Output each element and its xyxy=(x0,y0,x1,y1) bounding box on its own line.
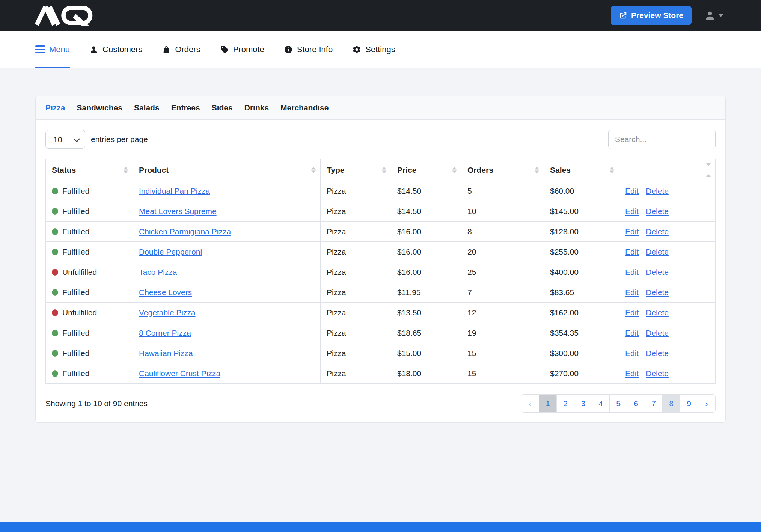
pagination-button[interactable]: 4 xyxy=(592,395,609,412)
product-link[interactable]: Meat Lovers Supreme xyxy=(139,207,217,216)
column-header-actions[interactable] xyxy=(619,159,716,181)
pagination-button[interactable]: 7 xyxy=(645,395,662,412)
delete-link[interactable]: Delete xyxy=(646,207,669,216)
shopping-bag-icon xyxy=(162,45,171,54)
price-cell: $18.00 xyxy=(391,363,461,384)
orders-cell: 5 xyxy=(461,181,544,201)
edit-link[interactable]: Edit xyxy=(625,247,639,256)
products-table: Status Product Type Price xyxy=(45,159,716,384)
delete-link[interactable]: Delete xyxy=(646,308,669,317)
nav-item-label: Orders xyxy=(175,45,200,54)
product-link[interactable]: Taco Pizza xyxy=(139,268,177,276)
pagination-button[interactable]: 9 xyxy=(680,395,698,412)
status-label: Fulfilled xyxy=(62,369,89,378)
delete-link[interactable]: Delete xyxy=(646,329,669,337)
category-tab[interactable]: Pizza xyxy=(45,103,65,112)
category-tab[interactable]: Drinks xyxy=(244,103,269,112)
product-link[interactable]: Chicken Parmigiana Pizza xyxy=(139,227,231,236)
status-cell: Fulfilled xyxy=(46,323,133,343)
table-row: Unfulfilled Vegetable Pizza Pizza $13.50… xyxy=(46,303,716,323)
edit-link[interactable]: Edit xyxy=(625,349,639,357)
actions-cell: EditDelete xyxy=(619,343,716,363)
status-cell: Fulfilled xyxy=(46,222,133,242)
table-controls: 10 entries per page xyxy=(45,130,716,149)
edit-link[interactable]: Edit xyxy=(625,369,639,378)
table-row: Fulfilled Cauliflower Crust Pizza Pizza … xyxy=(46,363,716,384)
edit-link[interactable]: Edit xyxy=(625,187,639,195)
sort-icon xyxy=(452,167,457,173)
column-header-sales[interactable]: Sales xyxy=(544,159,619,181)
type-cell: Pizza xyxy=(321,343,391,363)
category-tab[interactable]: Entrees xyxy=(171,103,200,112)
nav-item-menu[interactable]: Menu xyxy=(35,31,70,68)
actions-cell: EditDelete xyxy=(619,282,716,303)
product-cell: Hawaiian Pizza xyxy=(133,343,321,363)
sales-cell: $60.00 xyxy=(544,181,619,201)
top-bar: Preview Store xyxy=(0,0,761,31)
nav-item-settings[interactable]: Settings xyxy=(352,31,395,68)
pagination-button[interactable]: 1 xyxy=(539,395,556,412)
pagination-button[interactable]: 6 xyxy=(627,395,645,412)
entries-summary: Showing 1 to 10 of 90 entries xyxy=(45,399,148,408)
category-tab[interactable]: Merchandise xyxy=(280,103,329,112)
category-tab[interactable]: Salads xyxy=(134,103,160,112)
entries-per-page-label: entries per page xyxy=(91,135,148,144)
column-header-orders[interactable]: Orders xyxy=(461,159,544,181)
pagination-button[interactable]: 8 xyxy=(662,395,680,412)
delete-link[interactable]: Delete xyxy=(646,247,669,256)
edit-link[interactable]: Edit xyxy=(625,227,639,236)
delete-link[interactable]: Delete xyxy=(646,288,669,297)
page-size-select-wrap: 10 xyxy=(45,130,85,149)
product-link[interactable]: 8 Corner Pizza xyxy=(139,329,191,337)
sort-icon xyxy=(706,163,711,177)
search-input[interactable] xyxy=(608,130,716,149)
status-label: Fulfilled xyxy=(62,187,89,195)
column-header-product[interactable]: Product xyxy=(133,159,321,181)
column-header-status[interactable]: Status xyxy=(46,159,133,181)
product-link[interactable]: Cheese Lovers xyxy=(139,288,192,297)
nav-item-promote[interactable]: Promote xyxy=(220,31,264,68)
product-link[interactable]: Cauliflower Crust Pizza xyxy=(139,369,220,378)
delete-link[interactable]: Delete xyxy=(646,268,669,276)
product-link[interactable]: Individual Pan Pizza xyxy=(139,187,210,195)
preview-store-button[interactable]: Preview Store xyxy=(611,6,692,25)
delete-link[interactable]: Delete xyxy=(646,227,669,236)
nav-item-label: Customers xyxy=(102,45,142,54)
edit-link[interactable]: Edit xyxy=(625,288,639,297)
delete-link[interactable]: Delete xyxy=(646,349,669,357)
pagination-button[interactable]: 2 xyxy=(556,395,574,412)
nav-item-store-info[interactable]: Store Info xyxy=(284,31,333,68)
delete-link[interactable]: Delete xyxy=(646,187,669,195)
type-cell: Pizza xyxy=(321,242,391,262)
edit-link[interactable]: Edit xyxy=(625,268,639,276)
nav-item-customers[interactable]: Customers xyxy=(89,31,142,68)
nav-item-orders[interactable]: Orders xyxy=(162,31,200,68)
bottom-accent-bar xyxy=(0,522,761,532)
actions-cell: EditDelete xyxy=(619,222,716,242)
page-size-select[interactable]: 10 xyxy=(45,130,85,149)
pagination-button[interactable]: › xyxy=(698,395,715,412)
table-header-row: Status Product Type Price xyxy=(46,159,716,181)
pagination-button[interactable]: 5 xyxy=(609,395,627,412)
status-label: Unfulfilled xyxy=(62,268,97,276)
product-link[interactable]: Hawaiian Pizza xyxy=(139,349,193,357)
edit-link[interactable]: Edit xyxy=(625,308,639,317)
product-link[interactable]: Vegetable Pizza xyxy=(139,308,196,317)
edit-link[interactable]: Edit xyxy=(625,207,639,216)
category-tab[interactable]: Sandwiches xyxy=(77,103,122,112)
product-link[interactable]: Double Pepperoni xyxy=(139,247,202,256)
edit-link[interactable]: Edit xyxy=(625,329,639,337)
account-menu[interactable] xyxy=(704,10,723,21)
pagination-button[interactable]: ‹ xyxy=(521,395,539,412)
type-cell: Pizza xyxy=(321,363,391,384)
column-header-type[interactable]: Type xyxy=(321,159,391,181)
delete-link[interactable]: Delete xyxy=(646,369,669,378)
pagination-button[interactable]: 3 xyxy=(574,395,592,412)
person-icon xyxy=(89,45,98,54)
preview-store-label: Preview Store xyxy=(631,11,683,20)
column-header-price[interactable]: Price xyxy=(391,159,461,181)
category-tab[interactable]: Sides xyxy=(212,103,233,112)
nav-item-label: Promote xyxy=(233,45,264,54)
sort-icon xyxy=(382,167,386,173)
nav-item-label: Settings xyxy=(365,45,395,54)
